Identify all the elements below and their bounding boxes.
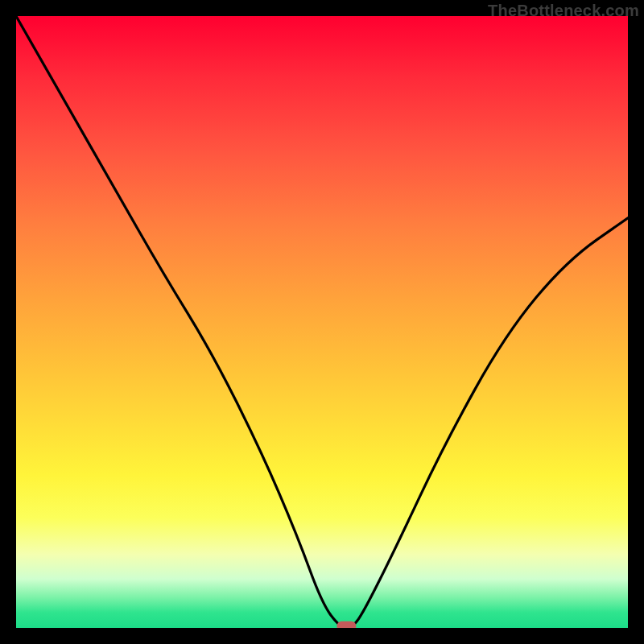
- chart-background-gradient: [16, 16, 628, 628]
- chart-stage: TheBottleneck.com: [0, 0, 644, 644]
